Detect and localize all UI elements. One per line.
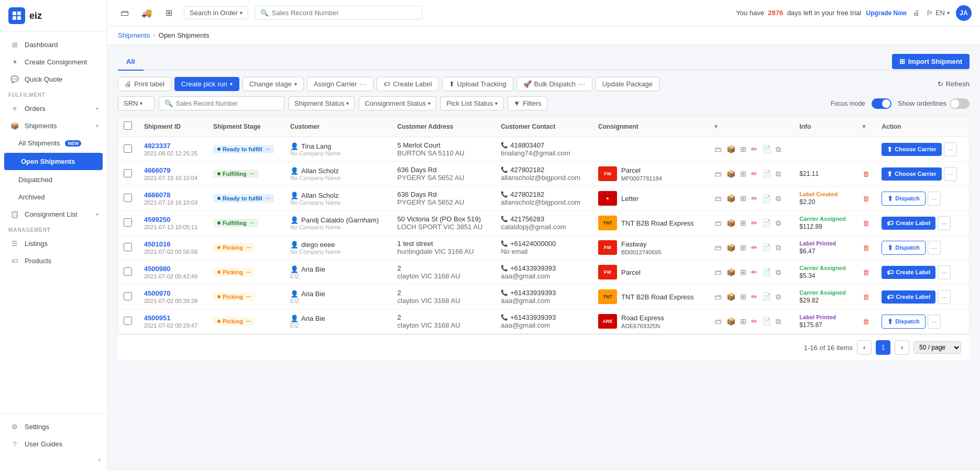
pagination-prev-btn[interactable]: ‹ — [857, 340, 872, 355]
sidebar-item-open-shipments[interactable]: Open Shipments — [4, 153, 103, 170]
create-label-button[interactable]: 🏷Create Label — [882, 266, 935, 279]
box-icon-btn[interactable]: 🗃 — [713, 291, 723, 302]
sidebar-item-orders[interactable]: ≡ Orders ▾ — [0, 100, 107, 117]
choose-carrier-button[interactable]: ⬆Choose Carrier — [882, 143, 941, 156]
duplicate-icon-btn[interactable]: ⧉ — [774, 316, 783, 327]
sidebar-item-user-guides[interactable]: ? User Guides — [0, 435, 107, 453]
row-checkbox[interactable] — [124, 169, 132, 177]
delete-icon[interactable]: 🗑 — [863, 293, 869, 301]
import-shipment-button[interactable]: ⊞ Import Shipment — [892, 54, 970, 69]
shipment-id-link[interactable]: 4500980 — [144, 265, 171, 273]
delete-icon[interactable]: 🗑 — [863, 170, 869, 178]
duplicate-icon-btn[interactable]: ⧉ — [774, 169, 783, 180]
copy-icon-btn[interactable]: 📄 — [761, 242, 773, 253]
copy-icon-btn[interactable]: 📄 — [761, 144, 773, 154]
copy-icon-btn[interactable]: 📄 — [761, 267, 773, 277]
box-icon-btn[interactable]: 🗃 — [713, 218, 723, 228]
dispatch-button[interactable]: ⬆Dispatch — [882, 241, 925, 255]
action-more-button[interactable]: ··· — [928, 192, 941, 206]
shipment-status-filter[interactable]: Shipment Status ▾ — [289, 96, 355, 110]
srn-filter-select[interactable]: SRN ▾ — [118, 96, 155, 110]
row-checkbox[interactable] — [124, 292, 132, 300]
upload-tracking-button[interactable]: ⬆ Upload Tracking — [442, 77, 513, 91]
change-stage-button[interactable]: Change stage ▾ — [243, 77, 304, 91]
choose-carrier-button[interactable]: ⬆Choose Carrier — [882, 167, 941, 181]
sidebar-item-settings[interactable]: ⚙ Settings — [0, 418, 107, 435]
copy-icon-btn[interactable]: 📄 — [761, 291, 773, 302]
topbar-search-dropdown[interactable]: Search in Order ▾ — [184, 6, 248, 19]
show-orderlines-toggle[interactable] — [950, 98, 970, 109]
box-icon-btn[interactable]: 🗃 — [713, 267, 723, 277]
print-icon[interactable]: 🖨 — [913, 9, 920, 17]
sidebar-item-products[interactable]: 🏷 Products — [0, 252, 107, 270]
action-more-button[interactable]: ··· — [938, 265, 951, 279]
create-label-button[interactable]: 🏷Create Label — [882, 217, 935, 230]
grid-icon-btn[interactable]: ⊞ — [739, 169, 748, 179]
shipment-id-link[interactable]: 4501016 — [144, 240, 171, 248]
shipment-id-link[interactable]: 4823337 — [144, 142, 171, 150]
grid-icon-btn[interactable]: ⊞ — [739, 316, 748, 327]
row-checkbox[interactable] — [124, 243, 132, 251]
row-checkbox[interactable] — [124, 144, 132, 153]
row-checkbox[interactable] — [124, 267, 132, 276]
row-checkbox[interactable] — [124, 317, 132, 325]
action-more-button[interactable]: ··· — [944, 167, 957, 181]
topbar-search-input[interactable] — [272, 9, 416, 17]
cube-icon-btn[interactable]: 📦 — [725, 193, 737, 204]
duplicate-icon-btn[interactable]: ⧉ — [774, 267, 783, 278]
grid-icon-btn[interactable]: ⊞ — [739, 144, 748, 154]
sidebar-item-create-consignment[interactable]: ✦ Create Consignment — [0, 53, 107, 71]
sidebar-item-listings[interactable]: ☰ Listings — [0, 235, 107, 252]
sidebar-item-consignment-list[interactable]: 📋 Consignment List ▾ — [0, 206, 107, 223]
cube-icon-btn[interactable]: 📦 — [725, 242, 737, 253]
duplicate-icon-btn[interactable]: ⧉ — [774, 144, 783, 155]
box-icon-btn[interactable]: 🗃 — [713, 169, 723, 179]
edit-icon-btn[interactable]: ✏ — [750, 193, 759, 204]
action-more-button[interactable]: ··· — [938, 290, 951, 304]
info-filter-icon[interactable]: ▼ — [861, 123, 867, 130]
shipment-id-link[interactable]: 4500970 — [144, 289, 171, 297]
row-checkbox[interactable] — [124, 218, 132, 227]
edit-icon-btn[interactable]: ✏ — [750, 267, 759, 277]
delete-icon[interactable]: 🗑 — [863, 318, 869, 326]
cube-icon-btn[interactable]: 📦 — [725, 144, 737, 154]
sales-record-input[interactable] — [176, 100, 279, 107]
cube-icon-btn[interactable]: 📦 — [725, 316, 737, 327]
topbar-icon-layout[interactable]: ⊞ — [160, 4, 178, 22]
duplicate-icon-btn[interactable]: ⧉ — [774, 291, 783, 302]
language-selector[interactable]: 🏳 EN ▾ — [926, 9, 950, 17]
sidebar-item-quick-quote[interactable]: 💬 Quick Quote — [0, 71, 107, 88]
delete-icon[interactable]: 🗑 — [863, 195, 869, 203]
upgrade-now-link[interactable]: Upgrade Now — [866, 9, 907, 17]
sidebar-collapse-btn[interactable]: ‹ — [0, 453, 107, 467]
duplicate-icon-btn[interactable]: ⧉ — [774, 242, 783, 253]
action-more-button[interactable]: ··· — [944, 142, 957, 156]
consignment-status-filter[interactable]: Consignment Status ▾ — [359, 96, 436, 110]
breadcrumb-parent[interactable]: Shipments — [118, 31, 150, 39]
row-checkbox[interactable] — [124, 194, 132, 202]
bulk-dispatch-button[interactable]: 🚀 Bulk Dispatch ··· — [516, 77, 592, 91]
edit-icon-btn[interactable]: ✏ — [750, 144, 759, 154]
sidebar-item-all-shipments[interactable]: All Shipments NEW — [0, 134, 107, 152]
consignment-filter-icon[interactable]: ▼ — [713, 123, 719, 130]
create-pick-run-button[interactable]: Create pick run ▾ — [174, 77, 239, 91]
topbar-icon-inbox[interactable]: 🗃 — [116, 4, 134, 22]
cube-icon-btn[interactable]: 📦 — [725, 218, 737, 228]
topbar-icon-truck[interactable]: 🚚 — [138, 4, 156, 22]
sidebar-item-dispatched[interactable]: Dispatched — [0, 171, 107, 188]
box-icon-btn[interactable]: 🗃 — [713, 242, 723, 253]
cube-icon-btn[interactable]: 📦 — [725, 291, 737, 302]
sidebar-item-shipments[interactable]: 📦 Shipments ▾ — [0, 117, 107, 134]
cube-icon-btn[interactable]: 📦 — [725, 169, 737, 179]
grid-icon-btn[interactable]: ⊞ — [739, 193, 748, 204]
update-package-button[interactable]: Update Package — [596, 77, 659, 91]
duplicate-icon-btn[interactable]: ⧉ — [774, 193, 783, 204]
edit-icon-btn[interactable]: ✏ — [750, 242, 759, 253]
user-avatar[interactable]: JA — [956, 5, 972, 21]
tab-all[interactable]: All — [118, 53, 144, 71]
sidebar-item-archived[interactable]: Archived — [0, 188, 107, 206]
edit-icon-btn[interactable]: ✏ — [750, 169, 759, 179]
box-icon-btn[interactable]: 🗃 — [713, 193, 723, 204]
select-all-checkbox[interactable] — [124, 121, 132, 130]
pick-list-status-filter[interactable]: Pick List Status ▾ — [441, 96, 503, 110]
